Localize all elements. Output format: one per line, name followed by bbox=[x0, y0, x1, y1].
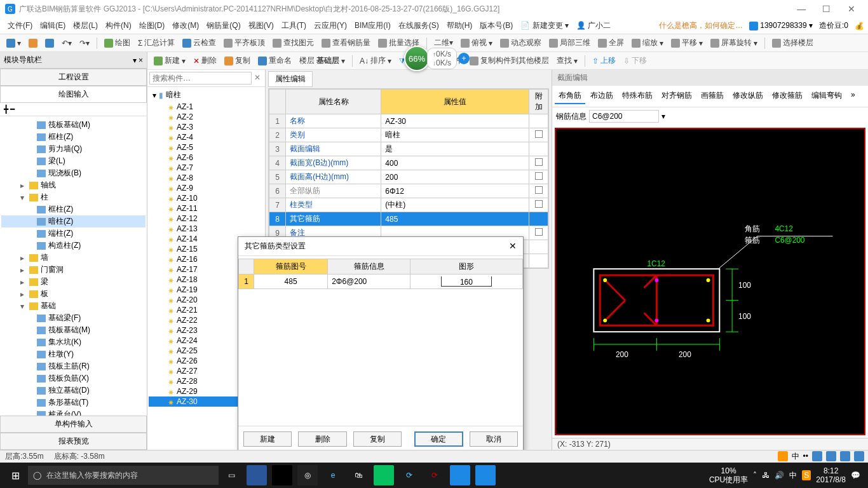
tb-clock[interactable]: 8:122017/8/8 bbox=[816, 466, 846, 485]
tree-item[interactable]: 条形基础(T) bbox=[1, 396, 146, 409]
tb-app-2[interactable] bbox=[272, 465, 292, 485]
tool-cloudcheck[interactable]: 云检查 bbox=[180, 36, 219, 50]
tb-app-4[interactable]: ⟳ bbox=[399, 465, 419, 485]
dlg-ok-button[interactable]: 确定 bbox=[414, 431, 463, 447]
tab-special[interactable]: 特殊布筋 bbox=[618, 88, 656, 104]
btn-new[interactable]: 新建▾ bbox=[151, 54, 188, 67]
tab-single-input[interactable]: 单构件输入 bbox=[0, 416, 147, 433]
ime-tool-icon[interactable] bbox=[854, 451, 864, 461]
tool-zoom[interactable]: 缩放▾ bbox=[629, 36, 666, 50]
tree-item[interactable]: ▸门窗洞 bbox=[1, 264, 146, 276]
ime-punct-icon[interactable]: •• bbox=[803, 452, 808, 461]
menu-draw[interactable]: 绘图(D) bbox=[135, 18, 169, 33]
search-clear-icon[interactable]: ✕ bbox=[252, 72, 263, 85]
tb-cpu[interactable]: 10%CPU使用率 bbox=[709, 466, 748, 485]
tree-item[interactable]: 基础梁(F) bbox=[1, 312, 146, 324]
close-button[interactable]: ✕ bbox=[840, 4, 863, 14]
dlg-new-button[interactable]: 新建 bbox=[243, 431, 292, 447]
az-item[interactable]: ✷ AZ-4 bbox=[149, 132, 264, 142]
btn-copy[interactable]: 复制 bbox=[222, 54, 253, 67]
tb-app-6[interactable] bbox=[450, 465, 470, 485]
tool-sum[interactable]: Σ 汇总计算 bbox=[135, 36, 177, 50]
tool-rotate-screen[interactable]: 屏幕旋转▾ bbox=[708, 36, 760, 50]
tb-app-1[interactable] bbox=[247, 465, 267, 485]
ime-skin-icon[interactable] bbox=[840, 451, 850, 461]
maximize-button[interactable]: ☐ bbox=[815, 4, 838, 14]
tip-link[interactable]: 什么是檐高，如何确定… bbox=[659, 20, 743, 31]
tab-draw-input[interactable]: 绘图输入 bbox=[0, 86, 147, 103]
az-item[interactable]: ✷ AZ-11 bbox=[149, 203, 264, 214]
tree-item[interactable]: 独立基础(D) bbox=[1, 384, 146, 396]
tool-open[interactable] bbox=[26, 37, 40, 49]
az-item[interactable]: ✷ AZ-3 bbox=[149, 122, 264, 132]
tree-item[interactable]: 现浇板(B) bbox=[1, 167, 146, 179]
dd-floor[interactable]: 楼层 基础层 ▾ bbox=[297, 54, 348, 67]
menu-version[interactable]: 版本号(B) bbox=[476, 18, 517, 33]
prop-row[interactable]: 5截面高(H边)(mm)200 bbox=[269, 170, 548, 184]
wallet-icon[interactable]: 💰 bbox=[855, 22, 864, 30]
menu-component[interactable]: 构件(N) bbox=[102, 18, 135, 33]
stirrup-table[interactable]: 箍筋图号 箍筋信息 图形 1 485 2Φ6@200 160 bbox=[238, 259, 523, 289]
az-item[interactable]: ✷ AZ-10 bbox=[149, 193, 264, 203]
tab-hook[interactable]: 编辑弯钩 bbox=[808, 88, 846, 104]
tree-item[interactable]: 构造柱(Z) bbox=[1, 240, 146, 252]
tree-item[interactable]: ▾柱 bbox=[1, 191, 146, 203]
tab-align[interactable]: 对齐钢筋 bbox=[658, 88, 696, 104]
btn-delete[interactable]: ✕ 删除 bbox=[191, 54, 219, 67]
tree-item[interactable]: 框柱(Z) bbox=[1, 131, 146, 143]
menu-floor[interactable]: 楼层(L) bbox=[69, 18, 102, 33]
speed-plus-icon[interactable]: + bbox=[458, 53, 470, 64]
az-item[interactable]: ✷ AZ-7 bbox=[149, 163, 264, 173]
prop-row[interactable]: 3截面编辑是 bbox=[269, 142, 548, 156]
prop-row[interactable]: 1名称AZ-30 bbox=[269, 114, 548, 128]
tb-store[interactable]: 🛍 bbox=[348, 465, 369, 485]
btn-find[interactable]: 查找▾ bbox=[554, 54, 580, 67]
az-item[interactable]: ✷ AZ-13 bbox=[149, 224, 264, 234]
prop-row[interactable]: 8其它箍筋485 bbox=[269, 212, 548, 226]
rebar-dd-icon[interactable]: ▾ bbox=[661, 112, 665, 121]
tree-item[interactable]: ▸轴线 bbox=[1, 179, 146, 191]
tree-item[interactable]: ▸板 bbox=[1, 288, 146, 300]
menu-rebar[interactable]: 钢筋量(Q) bbox=[203, 18, 244, 33]
ime-mic-icon[interactable] bbox=[826, 451, 836, 461]
property-tab[interactable]: 属性编辑 bbox=[268, 71, 313, 87]
tree-item[interactable]: 筏板基础(M) bbox=[1, 119, 146, 131]
tree-item[interactable]: ▸墙 bbox=[1, 252, 146, 264]
btn-down[interactable]: ⇩ 下移 bbox=[621, 54, 649, 67]
tb-app-5[interactable]: ⟳ bbox=[424, 465, 445, 485]
prop-row[interactable]: 6全部纵筋6Φ12 bbox=[269, 184, 548, 198]
btn-sort[interactable]: A↓ 排序▾ bbox=[357, 54, 394, 67]
net-speed-widget[interactable]: 66% ↑0K/s↓0K/s + bbox=[404, 46, 470, 71]
tool-find-elem[interactable]: 查找图元 bbox=[270, 36, 316, 50]
dlg-cancel-button[interactable]: 取消 bbox=[470, 431, 518, 447]
tray-net-icon[interactable]: 🖧 bbox=[762, 471, 770, 480]
tree-item[interactable]: 集水坑(K) bbox=[1, 336, 146, 348]
az-item[interactable]: ✷ AZ-1 bbox=[149, 102, 264, 112]
tree-item[interactable]: 端柱(Z) bbox=[1, 227, 146, 240]
start-button[interactable]: ⊞ bbox=[3, 470, 28, 482]
rebar-info-input[interactable] bbox=[589, 110, 659, 123]
tree-item[interactable]: 桩承台(V) bbox=[1, 409, 146, 416]
prop-row[interactable]: 7柱类型(中柱) bbox=[269, 198, 548, 212]
tool-local3d[interactable]: 局部三维 bbox=[546, 36, 593, 50]
taskbar-search[interactable]: ◯在这里输入你要搜索的内容 bbox=[28, 466, 219, 485]
tool-fullscreen[interactable]: 全屏 bbox=[595, 36, 627, 50]
tb-app-7[interactable] bbox=[475, 465, 496, 485]
tray-sogou-icon[interactable]: S bbox=[802, 470, 811, 480]
ime-lang[interactable]: 中 bbox=[792, 451, 799, 462]
tab-modlong[interactable]: 修改纵筋 bbox=[729, 88, 767, 104]
btn-up[interactable]: ⇧ 上移 bbox=[590, 54, 618, 67]
tool-pan[interactable]: 平移▾ bbox=[668, 36, 705, 50]
cell-stirrup-shape[interactable]: 160 bbox=[410, 274, 522, 289]
tool-redo[interactable]: ↷▾ bbox=[77, 37, 92, 49]
tb-app-3[interactable]: ◎ bbox=[297, 465, 318, 485]
menu-tools[interactable]: 工具(T) bbox=[278, 18, 310, 33]
tool-orbit[interactable]: 动态观察 bbox=[498, 36, 544, 50]
section-canvas[interactable]: 角筋 箍筋 4C12 C6@200 1C12 bbox=[555, 128, 865, 435]
az-item[interactable]: ✷ AZ-6 bbox=[149, 152, 264, 163]
az-item[interactable]: ✷ AZ-9 bbox=[149, 183, 264, 193]
cell-stirrup-id[interactable]: 485 bbox=[254, 274, 328, 289]
minimize-button[interactable]: — bbox=[790, 4, 813, 14]
menu-cloud[interactable]: 云应用(Y) bbox=[310, 18, 351, 33]
dlg-copy-button[interactable]: 复制 bbox=[353, 431, 402, 447]
